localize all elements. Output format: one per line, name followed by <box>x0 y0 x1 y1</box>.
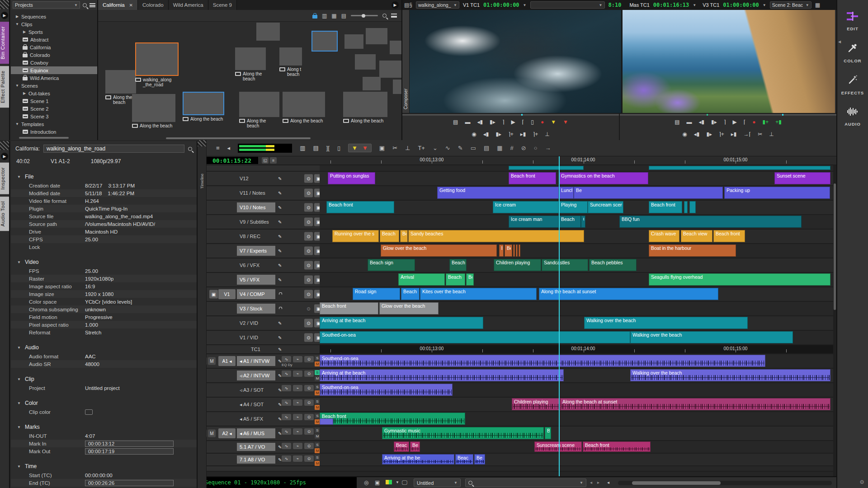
timeline-clip[interactable] <box>689 201 696 213</box>
clip-thumbnail-mini[interactable] <box>366 28 387 44</box>
twirl-icon[interactable]: ▶ <box>23 91 26 95</box>
waveform-icon[interactable]: ∿ <box>282 443 291 449</box>
tab-california[interactable]: California✕ <box>98 0 138 10</box>
transport-button[interactable]: ● <box>752 119 755 125</box>
timeline-clip[interactable]: Lunch <box>559 187 574 199</box>
track-lane[interactable]: Running over the sBeachBeSandy beachesCr… <box>320 230 836 244</box>
row-input[interactable]: 00:00:13:12 <box>85 441 174 447</box>
transport-button[interactable]: ▸▮ <box>520 131 526 137</box>
track-lane[interactable]: Southed-on-seaWalking over the beach <box>320 331 836 345</box>
transport-button[interactable]: ◂▮ <box>483 131 489 137</box>
pencil-icon[interactable]: ✎ <box>278 234 282 239</box>
prev-find-icon[interactable]: ◂ <box>590 480 592 485</box>
clip-thumbnail[interactable]: Along the beach <box>183 92 224 122</box>
clip-thumbnail-mini[interactable] <box>344 34 363 49</box>
tree-item-scene-3[interactable]: Scene 3 <box>11 113 97 120</box>
timeline-clip[interactable]: Gymnastics on the beach <box>559 172 648 184</box>
pencil-icon[interactable]: ✎ <box>278 277 282 282</box>
tree-item-california[interactable]: California <box>11 43 97 51</box>
waveform-icon[interactable]: ∿ <box>282 428 291 435</box>
pen-icon[interactable]: ✎ <box>458 145 463 151</box>
track-name[interactable]: ◃ A2 / INTVW <box>237 371 275 380</box>
timeline-clip[interactable]: Glow over the beach <box>379 302 439 314</box>
timeline-clip[interactable]: Beach pebbles <box>589 259 637 271</box>
tree-item-scene-2[interactable]: Scene 2 <box>11 105 97 113</box>
timeline-clip[interactable]: Boat in the harbour <box>649 244 736 257</box>
track-name[interactable]: V6 / VFX <box>237 260 275 270</box>
clip-name-input[interactable]: walking_along_the_road <box>43 145 184 153</box>
section-title[interactable]: ▼Video <box>11 257 197 267</box>
track-power-button[interactable]: ⊙ <box>304 203 313 212</box>
twirl-icon[interactable]: ▼ <box>15 22 19 26</box>
transport-button[interactable]: +▮ <box>775 119 782 125</box>
timeline-clip[interactable]: Beach <box>401 288 420 300</box>
track-power-button[interactable]: ⊙ <box>304 189 313 197</box>
track-name[interactable]: 7.1 A8 / VO <box>237 455 275 464</box>
transport-button[interactable]: ⌉+ <box>508 131 514 137</box>
timeline-clip[interactable]: Packing up <box>724 187 830 199</box>
bin-hscrollbar[interactable] <box>166 137 311 139</box>
track-name[interactable]: V10 / Notes <box>237 202 275 212</box>
track-power-button[interactable]: ⊙ <box>304 455 314 462</box>
timeline-clip[interactable]: Beach sign <box>368 259 415 271</box>
section-title[interactable]: ▼File <box>11 172 197 182</box>
timeline-clip[interactable] <box>516 244 518 257</box>
timeline-clip[interactable]: Arriving at the beach <box>320 369 564 381</box>
timeline-clip[interactable]: Beach <box>559 216 581 228</box>
scene-dropdown[interactable]: Scene 2: Beac▼ <box>770 1 811 9</box>
transport-button[interactable]: ▮▸ <box>706 131 712 137</box>
text-view-icon[interactable]: ▥ <box>322 13 327 19</box>
track-lane[interactable]: Arriving at the beBeacBe <box>320 454 836 466</box>
clip-thumbnail[interactable]: Along the beach <box>105 70 136 105</box>
transport-button[interactable]: ▮▸ <box>711 119 717 125</box>
transport-button[interactable]: ⌈ <box>522 119 524 125</box>
timeline-clip[interactable]: Playing <box>559 201 588 213</box>
timeline-clip[interactable]: Ice cream <box>493 201 559 213</box>
tree-item-sequences[interactable]: ▶Sequences <box>11 13 97 20</box>
monitor-toggle-icon[interactable]: ▣ <box>375 480 380 485</box>
pencil-icon[interactable]: ✎ <box>278 191 282 196</box>
track-power-button[interactable]: ⊙ <box>304 356 314 362</box>
source-patch-button[interactable]: A2 ◂ <box>218 428 236 438</box>
projects-selector[interactable]: Projects▼ <box>13 1 80 9</box>
splice-in-icon[interactable]: ▼ <box>352 145 358 151</box>
chevron-down-icon[interactable]: ▼ <box>693 3 696 7</box>
track-name[interactable]: ◃ A3 / SOT <box>237 385 275 395</box>
timeline-clip[interactable]: Along the beach at sunset <box>560 398 830 410</box>
automation-icon[interactable]: ⌁ <box>293 385 302 391</box>
source-clip-dropdown[interactable]: walking_along_▼ <box>416 1 459 9</box>
tree-item-colorado[interactable]: Colorado <box>11 51 97 59</box>
timeline-clip[interactable]: Children playing <box>512 398 560 410</box>
timeline-clip[interactable]: Along the beach at sunset <box>539 288 718 300</box>
timeline-clip[interactable]: C <box>581 216 585 228</box>
timeline-clip[interactable]: Walking over the beach <box>584 317 748 329</box>
track-name[interactable]: ◂ A5 / SFX <box>237 414 275 424</box>
track-lane[interactable]: Putting on sunglasBeach frontGymnastics … <box>320 172 836 186</box>
transport-button[interactable]: ✂ <box>758 131 762 137</box>
record-monitor-video[interactable] <box>623 10 835 113</box>
film-view-icon[interactable]: ▤ <box>484 145 489 151</box>
waveform-icon[interactable]: ∿ <box>282 385 291 391</box>
track-lane[interactable]: Arriving at the beachWalking over the be… <box>320 369 836 383</box>
mode-audio[interactable]: AUDIO <box>837 107 868 127</box>
timeline-clip[interactable]: Be <box>400 230 408 242</box>
curve-icon[interactable]: ∿ <box>445 145 450 151</box>
automation-icon[interactable]: ⌁ <box>293 356 302 362</box>
timeline-timecode-display[interactable]: 00:01:15:22 <box>206 157 258 164</box>
track-name[interactable]: V4 / COMP <box>237 289 275 299</box>
transport-button[interactable]: ⌉ <box>502 119 505 125</box>
menu-icon[interactable] <box>90 3 95 7</box>
track-name[interactable]: V3 / Stock <box>237 304 275 314</box>
timeline-clip[interactable]: Be <box>410 441 420 452</box>
timeline-clip[interactable]: Putting on sunglas <box>328 172 375 184</box>
track-lane[interactable] <box>320 466 836 472</box>
marquee-icon[interactable]: ▭ <box>471 145 476 151</box>
timeline-clip[interactable]: Sunscream scene <box>534 441 582 452</box>
timeline-clip[interactable]: Arriving at the beach <box>320 317 483 329</box>
cut-icon[interactable]: ✂ <box>392 145 397 151</box>
waveform-icon[interactable]: ∿ <box>282 371 291 377</box>
transport-button[interactable]: ▮+ <box>763 119 769 125</box>
grid-icon[interactable]: ▦ <box>497 145 502 151</box>
title-tool-icon[interactable]: T+ <box>418 145 425 151</box>
timeline-clip[interactable]: Arrival <box>398 273 445 286</box>
